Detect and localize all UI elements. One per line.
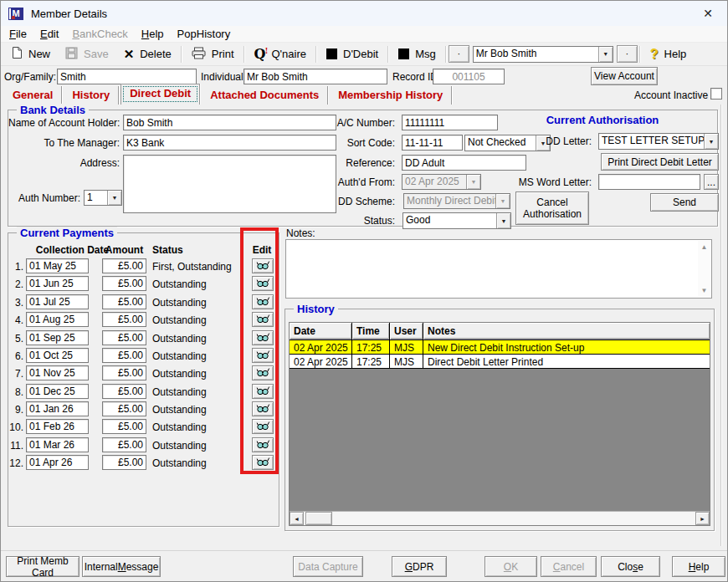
payment-edit-button[interactable] — [252, 330, 274, 345]
payment-edit-button[interactable] — [252, 294, 274, 309]
history-column-header[interactable]: Time — [352, 323, 390, 340]
ddebit-button[interactable]: D'Debit — [319, 44, 386, 64]
history-row[interactable]: 02 Apr 202517:25MJSDirect Debit Letter P… — [290, 355, 710, 369]
member-select-combo[interactable]: Mr Bob Smith ▼ — [473, 46, 613, 63]
payment-collection-date-input[interactable] — [26, 455, 89, 470]
payment-edit-button[interactable] — [252, 365, 274, 380]
close-icon[interactable]: ✕ — [689, 1, 727, 26]
history-column-header[interactable]: User — [390, 323, 423, 340]
history-hscrollbar[interactable]: ◄ ► — [290, 511, 710, 525]
tab-membership-history[interactable]: Membership History — [330, 86, 452, 105]
payment-collection-date-input[interactable] — [26, 437, 89, 452]
payment-edit-button[interactable] — [252, 419, 274, 434]
history-column-header[interactable]: Date — [290, 323, 352, 340]
help-button[interactable]: Help — [672, 556, 725, 577]
payment-collection-date-input[interactable] — [26, 258, 89, 273]
payment-collection-date-input[interactable] — [26, 294, 89, 309]
payment-collection-date-input[interactable] — [26, 312, 89, 327]
payment-amount-input[interactable] — [102, 437, 146, 452]
payment-collection-date-input[interactable] — [26, 401, 89, 416]
payment-collection-date-input[interactable] — [26, 384, 89, 399]
sort-code-input[interactable] — [402, 135, 463, 151]
print-memb-card-button[interactable]: Print Memb Card — [6, 556, 79, 577]
menu-item-bankcheck[interactable]: BankCheck — [65, 26, 134, 42]
payment-edit-button[interactable] — [252, 401, 274, 416]
org-family-input[interactable] — [57, 69, 197, 84]
ok-button[interactable]: OK — [484, 556, 537, 577]
payment-amount-input[interactable] — [102, 258, 146, 273]
print-button[interactable]: Print — [184, 44, 242, 64]
notes-scrollbar[interactable]: ▲ ▼ — [698, 241, 710, 297]
chevron-down-icon[interactable]: ▼ — [598, 47, 613, 62]
cancel-authorisation-button[interactable]: Cancel Authorisation — [515, 191, 589, 225]
tab-general[interactable]: General — [4, 86, 62, 105]
delete-button[interactable]: ✕ Delete — [116, 44, 179, 64]
menu-item-pophistory[interactable]: PopHistory — [171, 26, 238, 42]
reference-input[interactable] — [402, 155, 526, 171]
menu-item-edit[interactable]: Edit — [33, 26, 65, 42]
history-row[interactable]: 02 Apr 202517:25MJSNew Direct Debit Inst… — [290, 340, 710, 355]
individual-input[interactable] — [244, 69, 387, 84]
tab-direct-debit[interactable]: Direct Debit — [120, 84, 200, 105]
tab-history[interactable]: History — [64, 86, 119, 105]
dd-letter-combo[interactable]: TEST LETTER SETUP D ▼ — [598, 133, 719, 150]
scrollbar-thumb[interactable] — [305, 512, 332, 525]
menu-item-help[interactable]: Help — [135, 26, 171, 42]
payment-collection-date-input[interactable] — [26, 365, 89, 380]
payment-amount-input[interactable] — [102, 419, 146, 434]
scroll-right-icon[interactable]: ► — [695, 512, 710, 525]
notes-textarea[interactable] — [286, 240, 698, 298]
payment-edit-button[interactable] — [252, 384, 274, 399]
save-button[interactable]: Save — [58, 44, 116, 64]
payment-edit-button[interactable] — [252, 348, 274, 363]
payment-amount-input[interactable] — [102, 330, 146, 345]
menu-item-file[interactable]: File — [3, 26, 33, 42]
new-button[interactable]: New — [4, 44, 58, 64]
payment-collection-date-input[interactable] — [26, 276, 89, 291]
qnaire-button[interactable]: Q! Q'naire — [247, 44, 314, 64]
cancel-button[interactable]: Cancel — [541, 556, 597, 577]
scroll-down-icon[interactable]: ▼ — [701, 287, 708, 294]
prev-member-button[interactable]: · — [449, 45, 469, 63]
msg-button[interactable]: Msg — [391, 44, 443, 64]
payment-collection-date-input[interactable] — [26, 348, 89, 363]
ms-word-letter-input[interactable] — [598, 174, 700, 190]
ac-number-input[interactable] — [402, 115, 498, 130]
next-member-button[interactable]: · — [617, 45, 638, 63]
payment-collection-date-input[interactable] — [26, 330, 89, 345]
payment-edit-button[interactable] — [252, 455, 274, 470]
payment-collection-date-input[interactable] — [26, 419, 89, 434]
send-button[interactable]: Send — [650, 193, 719, 212]
status-combo[interactable]: Good ▼ — [402, 212, 511, 229]
auth-number-combo[interactable]: 1 ▼ — [84, 190, 122, 206]
help-button-toolbar[interactable]: ? Help — [643, 44, 695, 64]
payment-row-number: 3. — [8, 297, 23, 309]
browse-button[interactable]: ... — [704, 174, 719, 190]
chevron-down-icon[interactable]: ▼ — [496, 213, 510, 228]
payment-amount-input[interactable] — [102, 455, 146, 470]
payment-amount-input[interactable] — [102, 312, 146, 327]
payment-edit-button[interactable] — [252, 437, 274, 452]
payment-edit-button[interactable] — [252, 258, 274, 273]
chevron-down-icon[interactable]: ▼ — [704, 134, 718, 149]
payment-amount-input[interactable] — [102, 276, 146, 291]
account-inactive-checkbox[interactable] — [710, 88, 722, 100]
payment-amount-input[interactable] — [102, 401, 146, 416]
close-button[interactable]: Close — [601, 556, 660, 577]
payment-edit-button[interactable] — [252, 312, 274, 327]
data-capture-button[interactable]: Data Capture — [293, 556, 363, 577]
payment-amount-input[interactable] — [102, 348, 146, 363]
scroll-up-icon[interactable]: ▲ — [701, 243, 708, 251]
payment-amount-input[interactable] — [102, 384, 146, 399]
internal-message-button[interactable]: Internal Message — [82, 556, 161, 577]
gdpr-button[interactable]: GDPR — [392, 556, 447, 577]
chevron-down-icon[interactable]: ▼ — [107, 191, 121, 205]
scroll-left-icon[interactable]: ◄ — [290, 512, 304, 525]
tab-attached-documents[interactable]: Attached Documents — [202, 86, 328, 105]
print-direct-debit-letter-button[interactable]: Print Direct Debit Letter — [601, 153, 719, 171]
history-column-header[interactable]: Notes — [423, 323, 710, 340]
payment-amount-input[interactable] — [102, 365, 146, 380]
view-account-button[interactable]: View Account — [591, 67, 658, 85]
payment-edit-button[interactable] — [252, 276, 274, 291]
payment-amount-input[interactable] — [102, 294, 146, 309]
